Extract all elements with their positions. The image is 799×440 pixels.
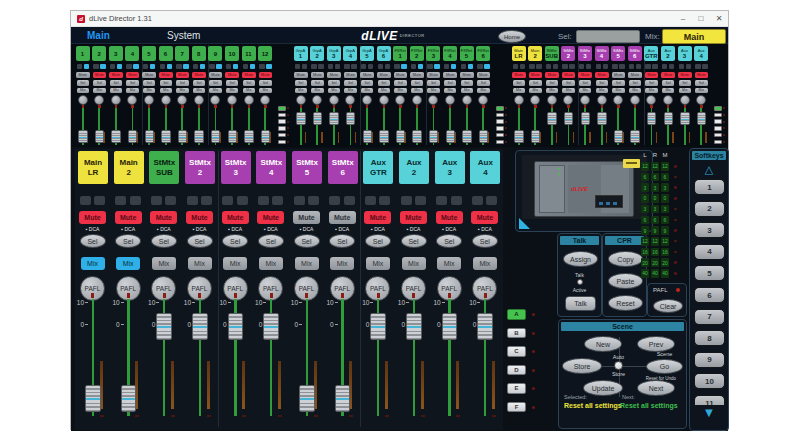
sel-button[interactable]: Sel [329, 234, 355, 248]
mini-mute-button[interactable]: Mute [578, 72, 592, 78]
mini-mute-button[interactable]: Mute [645, 72, 659, 78]
mini-mix-button[interactable]: Mix [328, 88, 341, 94]
mini-mute-button[interactable]: Mute [159, 72, 173, 78]
strip-label[interactable]: StMtx5 [292, 151, 322, 184]
mini-mute-button[interactable]: Mute [344, 72, 358, 78]
mini-sel-button[interactable]: Sel [295, 80, 308, 86]
mini-sel-button[interactable]: Sel [259, 80, 272, 86]
mini-sel-button[interactable]: Sel [562, 80, 575, 86]
mini-sel-button[interactable]: Sel [679, 80, 692, 86]
mini-strip-label[interactable]: 9 [208, 46, 222, 61]
mini-fader-cap[interactable] [664, 112, 674, 125]
mini-strip-label[interactable]: 2 [92, 46, 106, 61]
scene-prev-button[interactable]: Prev [637, 336, 675, 352]
sel-button[interactable]: Sel [80, 234, 106, 248]
layer-d-button[interactable]: D [507, 365, 526, 376]
resize-triangle-icon[interactable] [519, 218, 530, 229]
mute-button[interactable]: Mute [222, 211, 249, 224]
mini-sel-button[interactable]: Sel [629, 80, 642, 86]
layer-f-button[interactable]: F [507, 402, 526, 413]
mini-fader-cap[interactable] [446, 130, 456, 143]
mini-pafl-knob[interactable] [478, 95, 488, 105]
mini-mix-button[interactable]: Mix [427, 88, 440, 94]
mini-mute-button[interactable]: Mute [142, 72, 156, 78]
mini-sel-button[interactable]: Sel [394, 80, 407, 86]
mini-mute-button[interactable]: Mute [259, 72, 273, 78]
mini-mix-button[interactable]: Mix [361, 88, 374, 94]
mini-mix-button[interactable]: Mix [77, 88, 90, 94]
mini-strip-label[interactable]: Aux2 [661, 46, 675, 61]
mini-pafl-knob[interactable] [362, 95, 372, 105]
pafl-clear-button[interactable]: Clear [653, 299, 683, 313]
mini-pafl-knob[interactable] [312, 95, 322, 105]
mini-fader-cap[interactable] [412, 130, 422, 143]
mini-sel-button[interactable]: Sel [143, 80, 156, 86]
mini-fader-cap[interactable] [346, 112, 356, 125]
mini-sel-button[interactable]: Sel [461, 80, 474, 86]
mini-strip-label[interactable]: FXRet4 [443, 46, 457, 61]
layer-b-button[interactable]: B [507, 328, 526, 339]
mini-mix-button[interactable]: Mix [461, 88, 474, 94]
mini-sel-button[interactable]: Sel [209, 80, 222, 86]
mini-strip-label[interactable]: FXRet5 [460, 46, 474, 61]
talk-button[interactable]: Talk [565, 296, 596, 311]
mini-mute-button[interactable]: Mute [562, 72, 576, 78]
mini-mix-button[interactable]: Mix [645, 88, 658, 94]
mini-fader-cap[interactable] [178, 130, 188, 143]
scene-go-button[interactable]: Go [646, 359, 683, 374]
mini-fader-cap[interactable] [244, 130, 254, 143]
mini-fader-cap[interactable] [111, 130, 121, 143]
mini-pafl-knob[interactable] [78, 95, 88, 105]
mini-fader-cap[interactable] [194, 130, 204, 143]
mini-fader-cap[interactable] [211, 130, 221, 143]
mini-fader-cap[interactable] [145, 130, 155, 143]
mini-pafl-knob[interactable] [379, 95, 389, 105]
mini-sel-button[interactable]: Sel [193, 80, 206, 86]
mini-mix-button[interactable]: Mix [295, 88, 308, 94]
mini-mix-button[interactable]: Mix [629, 88, 642, 94]
mini-mute-button[interactable]: Mute [360, 72, 374, 78]
mini-mix-button[interactable]: Mix [193, 88, 206, 94]
mini-sel-button[interactable]: Sel [243, 80, 256, 86]
mini-layer-e-button[interactable] [714, 133, 722, 138]
softkey-9-button[interactable]: 9 [694, 352, 725, 368]
mini-mix-button[interactable]: Mix [110, 88, 123, 94]
mix-button[interactable]: Mix [81, 257, 105, 270]
sel-button[interactable]: Sel [436, 234, 462, 248]
scene-update-button[interactable]: Update [583, 380, 623, 396]
mini-fader-cap[interactable] [597, 112, 607, 125]
mini-pafl-knob[interactable] [613, 95, 623, 105]
menu-system[interactable]: System [167, 30, 200, 41]
mini-pafl-knob[interactable] [412, 95, 422, 105]
mini-mute-button[interactable]: Mute [410, 72, 424, 78]
mini-strip-label[interactable]: 4 [125, 46, 139, 61]
mini-layer-c-button[interactable] [278, 119, 286, 124]
mini-fader-cap[interactable] [564, 112, 574, 125]
sel-button[interactable]: Sel [187, 234, 213, 248]
softkey-2-button[interactable]: 2 [694, 201, 725, 217]
mini-strip-label[interactable]: MainLR [512, 46, 526, 61]
mini-mute-button[interactable]: Mute [192, 72, 206, 78]
mini-mute-button[interactable]: Mute [443, 72, 457, 78]
softkey-1-button[interactable]: 1 [694, 179, 725, 195]
mini-pafl-knob[interactable] [630, 95, 640, 105]
sel-button[interactable]: Sel [222, 234, 248, 248]
mini-fader-cap[interactable] [680, 112, 690, 125]
softkey-5-button[interactable]: 5 [694, 265, 725, 281]
mini-sel-button[interactable]: Sel [344, 80, 357, 86]
mini-fader-cap[interactable] [379, 130, 389, 143]
mini-strip-label[interactable]: 11 [242, 46, 256, 61]
mini-pafl-knob[interactable] [111, 95, 121, 105]
softkey-8-button[interactable]: 8 [694, 330, 725, 346]
mini-mix-button[interactable]: Mix [546, 88, 559, 94]
mini-mute-button[interactable]: Mute [529, 72, 543, 78]
auto-store-knob[interactable] [614, 361, 623, 370]
mini-mix-button[interactable]: Mix [529, 88, 542, 94]
mini-mix-button[interactable]: Mix [679, 88, 692, 94]
mini-mix-button[interactable]: Mix [176, 88, 189, 94]
mini-pafl-knob[interactable] [580, 95, 590, 105]
mini-mute-button[interactable]: Mute [460, 72, 474, 78]
mini-sel-button[interactable]: Sel [477, 80, 490, 86]
fader-cap[interactable] [228, 313, 244, 340]
mini-strip-label[interactable]: StMtx6 [628, 46, 642, 61]
